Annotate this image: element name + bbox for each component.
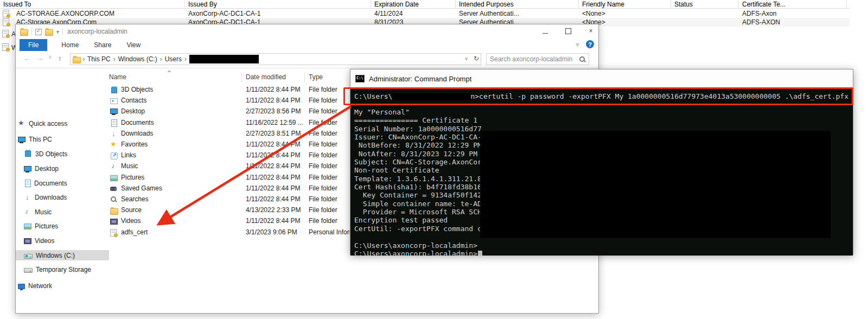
tab-view[interactable]: View [119, 40, 148, 50]
sidebar-item-pictures[interactable]: Pictures [16, 221, 109, 231]
file-type: File folder [309, 130, 337, 137]
breadcrumb-this-pc[interactable]: This PC [87, 55, 111, 63]
file-name: Favorites [121, 141, 148, 148]
file-type: File folder [309, 97, 337, 104]
drive-icon [24, 268, 33, 273]
close-button[interactable]: × [586, 27, 595, 35]
file-name: Pictures [121, 174, 144, 181]
monitor-icon [110, 109, 118, 114]
file-name: 3D Objects [121, 86, 153, 93]
sidebar-item-temporary-storage[interactable]: Temporary Storage [16, 264, 109, 275]
file-date-modified: 1/11/2022 8:44 PM [246, 162, 301, 170]
file-date-modified: 2/27/2023 8:51 PM [246, 130, 301, 137]
sidebar-item-network[interactable]: Network [16, 280, 103, 291]
column-divider[interactable] [304, 73, 305, 82]
breadcrumb-chevron: › [160, 55, 162, 63]
minimize-button[interactable] [541, 27, 550, 35]
cmd-window-title: Administrator: Command Prompt [369, 75, 471, 83]
forward-arrow-icon[interactable]: → [36, 54, 43, 62]
qat-dropdown-icon[interactable]: ▾ [56, 29, 59, 35]
sort-ascending-icon [167, 70, 171, 72]
file-type: Personal Inform [309, 228, 355, 236]
sidebar-item-videos[interactable]: Videos [16, 235, 109, 246]
command-highlight-box [343, 87, 853, 105]
certmgr-column-header[interactable]: Expiration Date [374, 1, 419, 8]
ribbon-collapse-icon[interactable]: ∨ [576, 41, 579, 47]
folder-icon [110, 208, 118, 215]
new-folder-icon[interactable] [45, 29, 53, 36]
tab-home[interactable]: Home [54, 40, 86, 50]
file-date-modified: 1/11/2022 8:44 PM [246, 184, 301, 192]
column-header-name[interactable]: Name [109, 73, 126, 81]
certmgr-column-header[interactable]: Certificate Te... [742, 1, 786, 8]
sidebar-item-label: 3D Objects [35, 150, 67, 158]
file-type: File folder [309, 174, 337, 181]
search-icon [579, 56, 585, 62]
file-name: adfs_cert [121, 228, 148, 236]
cert-icon [3, 10, 9, 17]
properties-check-icon[interactable] [35, 29, 42, 35]
file-type: File folder [309, 86, 337, 93]
certmgr-column-header[interactable]: Intended Purposes [459, 1, 514, 8]
certmgr-column-header[interactable]: Issued To [3, 1, 31, 8]
window-controls: × [541, 25, 595, 36]
file-type: File folder [309, 151, 337, 159]
drive-win-icon [24, 254, 33, 259]
back-arrow-icon[interactable]: ← [23, 54, 30, 62]
breadcrumb-users[interactable]: Users [165, 55, 182, 63]
file-name: Contacts [121, 97, 146, 104]
sidebar-item-windows-c-[interactable]: Windows (C:) [16, 250, 109, 260]
tab-file[interactable]: File [20, 39, 47, 51]
tab-share[interactable]: Share [86, 40, 119, 50]
certificate-cell: AC-STORAGE.AXONCORP.COM [16, 10, 114, 17]
file-name: Downloads [121, 130, 153, 137]
file-date-modified: 1/11/2022 8:44 PM [246, 86, 301, 93]
sidebar-item-label: Pictures [35, 222, 58, 230]
certificate-row[interactable]: AC-STORAGE.AXONCORP.COMAxonCorp-AC-DC1-C… [0, 9, 850, 18]
help-icon[interactable]: ? [586, 40, 594, 48]
maximize-button[interactable] [564, 27, 572, 35]
certmgr-column-header[interactable]: Issued By [188, 1, 217, 8]
screenshot-stage: Issued ToIssued ByExpiration DateIntende… [0, 0, 868, 319]
address-bar[interactable]: › This PC › Windows (C:) › Users › ∨ ↻ [70, 53, 481, 65]
sidebar-item-label: Documents [34, 180, 67, 187]
refresh-icon[interactable]: ↻ [474, 55, 479, 62]
picture-icon [24, 224, 31, 229]
sidebar-item-desktop[interactable]: Desktop [16, 163, 109, 174]
ribbon-tabs: File Home Share View ∨ ? [16, 39, 598, 52]
breadcrumb-chevron: › [82, 55, 85, 63]
column-divider[interactable] [241, 73, 242, 82]
sidebar-item-label: Videos [35, 237, 54, 245]
sidebar-item-this-pc[interactable]: This PC [16, 134, 103, 144]
sidebar-item-3d-objects[interactable]: 3D Objects [16, 149, 109, 159]
file-date-modified: 3/1/2023 9:06 PM [246, 228, 297, 236]
history-dropdown-icon[interactable]: ∨ [48, 54, 52, 60]
sidebar-item-downloads[interactable]: Downloads [16, 192, 109, 202]
terminal-output-line: My "Personal" [354, 108, 575, 116]
cert-icon [2, 30, 9, 37]
film-icon [24, 238, 31, 244]
game-icon [110, 187, 117, 191]
certmgr-column-header[interactable]: Friendly Name [582, 1, 624, 8]
film-icon [110, 219, 118, 225]
breadcrumb-windows-c[interactable]: Windows (C:) [118, 55, 157, 63]
sidebar-item-documents[interactable]: Documents [16, 178, 109, 188]
sidebar-item-music[interactable]: Music [16, 207, 109, 217]
column-header-date-modified[interactable]: Date modified [246, 73, 286, 81]
star-qa-icon [18, 120, 25, 127]
up-arrow-icon[interactable]: ↑ [58, 54, 62, 62]
file-type: File folder [309, 195, 337, 203]
sidebar-item-quick-access[interactable]: Quick access [16, 118, 103, 129]
column-header-type[interactable]: Type [309, 73, 323, 81]
file-name: Searches [121, 195, 149, 203]
link-icon [111, 152, 118, 160]
doc-icon [25, 180, 31, 187]
file-name: Desktop [121, 107, 145, 115]
search-input[interactable]: Search axoncorp-localadmin [486, 53, 589, 65]
certificate-list-header: Issued ToIssued ByExpiration DateIntende… [0, 0, 850, 9]
certmgr-column-header[interactable]: Status [674, 1, 693, 8]
terminal-body[interactable]: C:\Users\n>certutil -p password -exportP… [350, 88, 853, 256]
address-dropdown-icon[interactable]: ∨ [464, 56, 468, 61]
certificate-cell: AxonCorp-AC-DC1-CA-1 [188, 10, 260, 17]
certificate-cell: Server Authenticati... [459, 10, 519, 17]
